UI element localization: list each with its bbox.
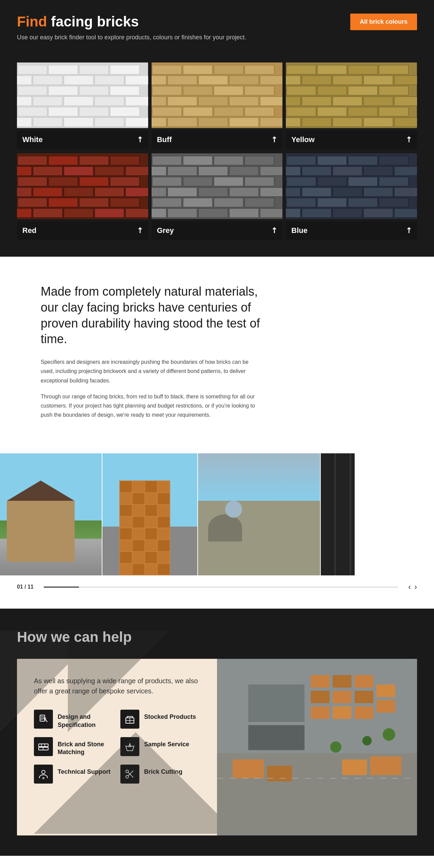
svg-rect-58 bbox=[317, 65, 347, 74]
svg-rect-141 bbox=[287, 156, 316, 165]
svg-rect-87 bbox=[79, 156, 109, 165]
text-para2: Through our range of facing bricks, from… bbox=[41, 392, 258, 420]
svg-rect-125 bbox=[244, 177, 274, 186]
brick-card-grey[interactable]: Grey ↗ bbox=[152, 152, 283, 240]
svg-rect-162 bbox=[379, 198, 409, 207]
svg-rect-45 bbox=[229, 97, 259, 106]
svg-rect-97 bbox=[110, 177, 140, 186]
svg-rect-69 bbox=[379, 86, 409, 95]
svg-rect-17 bbox=[95, 97, 124, 106]
help-card: As well as supplying a wide range of pro… bbox=[17, 659, 417, 835]
svg-rect-40 bbox=[214, 86, 243, 95]
svg-rect-161 bbox=[348, 198, 378, 207]
all-colours-button[interactable]: All brick colours bbox=[350, 14, 417, 30]
svg-rect-38 bbox=[152, 86, 182, 95]
hero-section: Find facing bricks Use our easy brick fi… bbox=[0, 0, 434, 257]
brick-name-buff: Buff bbox=[157, 135, 172, 144]
svg-rect-166 bbox=[363, 209, 393, 218]
svg-rect-6 bbox=[33, 76, 62, 85]
svg-rect-35 bbox=[198, 76, 228, 85]
brick-card-red[interactable]: Red ↗ bbox=[17, 152, 148, 240]
svg-rect-53 bbox=[198, 118, 228, 127]
svg-rect-124 bbox=[214, 177, 243, 186]
svg-rect-5 bbox=[17, 76, 32, 85]
carousel-image-1 bbox=[0, 453, 102, 575]
svg-rect-210 bbox=[370, 756, 401, 775]
brick-name-grey: Grey bbox=[157, 226, 174, 235]
service-support[interactable]: Technical Support bbox=[34, 765, 114, 784]
svg-rect-86 bbox=[48, 156, 78, 165]
service-icon-sample bbox=[120, 737, 139, 756]
svg-rect-8 bbox=[95, 76, 124, 85]
svg-rect-55 bbox=[260, 118, 283, 127]
brick-card-buff[interactable]: Buff ↗ bbox=[152, 61, 283, 149]
svg-rect-133 bbox=[214, 198, 243, 207]
svg-rect-41 bbox=[244, 86, 274, 95]
carousel-image-2 bbox=[102, 453, 197, 575]
svg-rect-12 bbox=[79, 86, 109, 95]
svg-rect-108 bbox=[33, 209, 62, 218]
brick-card-yellow[interactable]: Yellow ↗ bbox=[286, 61, 417, 149]
service-label-cutting: Brick Cutting bbox=[144, 765, 182, 776]
svg-rect-43 bbox=[167, 97, 197, 106]
service-stocked[interactable]: Stocked Products bbox=[120, 710, 200, 729]
svg-rect-52 bbox=[167, 118, 197, 127]
svg-rect-180 bbox=[39, 744, 48, 747]
svg-rect-47 bbox=[152, 107, 182, 116]
svg-rect-19 bbox=[18, 107, 47, 116]
service-matching[interactable]: Brick and Stone Matching bbox=[34, 737, 114, 756]
svg-rect-89 bbox=[17, 166, 32, 176]
brick-colour-grid: White ↗ bbox=[17, 61, 417, 240]
brick-card-white[interactable]: White ↗ bbox=[17, 61, 148, 149]
help-title: How we can help bbox=[17, 629, 417, 645]
svg-rect-37 bbox=[260, 76, 283, 85]
svg-rect-9 bbox=[125, 76, 148, 85]
svg-rect-121 bbox=[260, 166, 283, 176]
text-heading: Made from completely natural materials, … bbox=[41, 284, 278, 347]
brick-label-buff: Buff ↗ bbox=[152, 131, 283, 149]
svg-rect-21 bbox=[79, 107, 109, 116]
svg-rect-139 bbox=[260, 209, 283, 218]
svg-point-186 bbox=[42, 770, 45, 774]
svg-rect-126 bbox=[152, 188, 166, 197]
brick-card-blue[interactable]: Blue ↗ bbox=[286, 152, 417, 240]
svg-rect-204 bbox=[376, 700, 395, 713]
svg-rect-104 bbox=[48, 198, 78, 207]
carousel-next-button[interactable]: › bbox=[414, 582, 417, 592]
svg-rect-197 bbox=[311, 691, 330, 704]
service-design[interactable]: Design and Specification bbox=[34, 710, 114, 729]
service-cutting[interactable]: Brick Cutting bbox=[120, 765, 200, 784]
svg-rect-22 bbox=[110, 107, 140, 116]
svg-rect-20 bbox=[48, 107, 78, 116]
svg-rect-196 bbox=[355, 675, 373, 688]
svg-rect-13 bbox=[110, 86, 140, 95]
service-label-sample: Sample Service bbox=[144, 737, 189, 748]
svg-rect-51 bbox=[152, 118, 166, 127]
service-icon-design bbox=[34, 710, 53, 729]
svg-rect-24 bbox=[33, 118, 62, 127]
service-sample[interactable]: Sample Service bbox=[120, 737, 200, 756]
svg-rect-158 bbox=[394, 188, 417, 197]
svg-rect-65 bbox=[394, 76, 417, 85]
svg-rect-167 bbox=[394, 209, 417, 218]
svg-rect-138 bbox=[229, 209, 259, 218]
svg-point-213 bbox=[330, 742, 341, 753]
svg-rect-142 bbox=[317, 156, 347, 165]
title-rest: facing bricks bbox=[47, 14, 139, 29]
carousel-arrows: ‹ › bbox=[408, 582, 417, 592]
svg-rect-117 bbox=[152, 166, 166, 176]
svg-rect-31 bbox=[214, 65, 243, 74]
service-icon-support bbox=[34, 765, 53, 784]
svg-rect-123 bbox=[183, 177, 212, 186]
svg-rect-78 bbox=[379, 107, 409, 116]
svg-rect-18 bbox=[125, 97, 148, 106]
brick-name-blue: Blue bbox=[291, 226, 308, 235]
svg-rect-63 bbox=[333, 76, 362, 85]
svg-rect-157 bbox=[363, 188, 393, 197]
svg-rect-100 bbox=[64, 188, 93, 197]
svg-rect-149 bbox=[394, 166, 417, 176]
arrow-icon-white: ↗ bbox=[134, 134, 145, 145]
svg-rect-129 bbox=[229, 188, 259, 197]
svg-rect-163 bbox=[286, 209, 300, 218]
carousel-prev-button[interactable]: ‹ bbox=[408, 582, 411, 592]
